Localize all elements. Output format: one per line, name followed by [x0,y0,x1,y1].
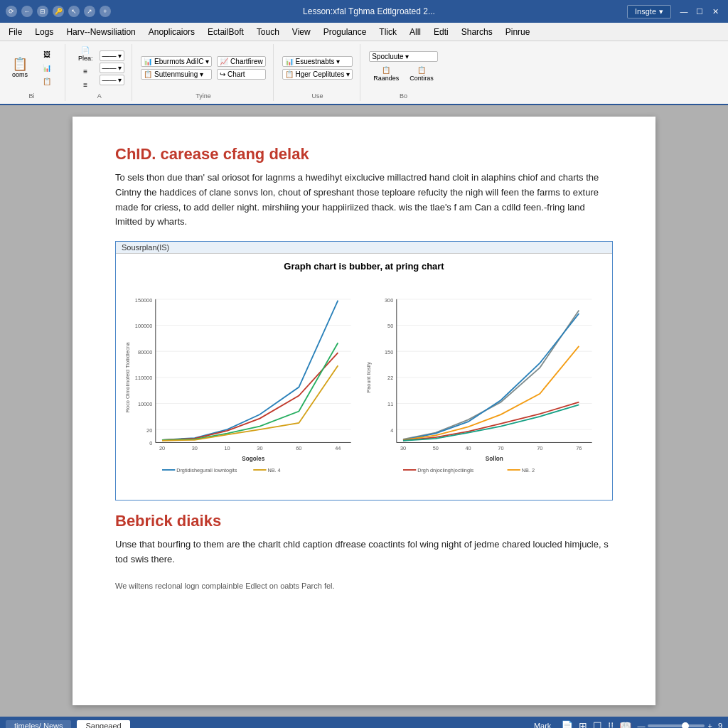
svg-text:NB. 4: NB. 4 [267,467,280,473]
menu-touch[interactable]: Touch [251,26,285,38]
ribbon-icon-c[interactable]: 📋 [36,75,58,87]
svg-text:150000: 150000 [135,297,152,304]
mark-label: Mark_ [534,722,556,728]
svg-text:Drgtidishegurall lowntogits: Drgtidishegurall lowntogits [176,467,237,473]
maximize-button[interactable]: ☐ [692,4,707,18]
title-bar: ⟳ ← ⊟ 🔑 ↖ ↗ + Lesson:xfal Tghma Edtlgroa… [0,0,728,23]
svg-text:11: 11 [387,401,393,407]
menu-sharchs[interactable]: Sharchs [456,26,498,38]
menu-ectailboft[interactable]: EctailBoft [202,26,250,38]
svg-text:30: 30 [192,446,198,452]
doc-para-2: Unse that bourfing to them are the charl… [115,537,613,567]
svg-text:40: 40 [466,446,471,452]
svg-text:10000: 10000 [138,401,152,407]
menu-tlick[interactable]: Tlick [373,26,402,38]
ribbon-contiras[interactable]: 📋 Contiras [405,64,438,84]
book-icon[interactable]: 📖 [619,720,631,728]
ribbon-group-use: 📊 Esuestnabts ▾ 📋 Hger Ceplitutes ▾ Use [282,44,360,101]
grid-icon[interactable]: ⊞ [579,720,587,728]
chart-title: Graph chart is bubber, at pring chart [123,261,605,272]
svg-text:76: 76 [576,446,582,452]
inspire-button[interactable]: Insgte ▾ [627,5,671,18]
window-controls: — ☐ ✕ [677,4,722,18]
single-page-icon[interactable]: ☐ [593,720,602,728]
window-title: Lesson:xfal Tghma Edtlgroated 2... [111,6,627,16]
menu-progulance[interactable]: Progulance [318,26,373,38]
ribbon-ooms[interactable]: 📋 ooms [6,54,34,82]
chart-left-svg: 150000 100000 80000 110000 10000 20 0 20… [123,277,364,491]
ribbon-combo-a3[interactable]: —— ▾ [100,75,125,85]
svg-text:Drgh dnjoclingh|octiingls: Drgh dnjoclingh|octiingls [417,467,473,473]
svg-text:300: 300 [385,297,393,304]
close-button[interactable]: ✕ [708,4,722,18]
minimize-button[interactable]: — [677,4,691,18]
menu-anoplicaiors[interactable]: Anoplicaiors [143,26,200,38]
apps-icon[interactable]: ⁞⁞ [608,720,614,728]
ribbon-lines2[interactable]: ≡ [74,79,97,91]
ribbon: 📋 ooms 🖼 📊 📋 Bi 📄 Plea [0,41,728,105]
document: ChID. carease cfang delak To sels thon d… [73,117,655,705]
svg-text:50: 50 [387,323,393,329]
status-tab-timeles[interactable]: timeles/ News [6,720,71,728]
menu-pinrue[interactable]: Pinrue [500,26,536,38]
title-bar-icons: ⟳ ← ⊟ 🔑 ↖ ↗ + [6,6,111,17]
ribbon-row-use: 📊 Esuestnabts ▾ 📋 Hger Ceplitutes ▾ [282,44,353,91]
doc-heading-2: Bebrick diaiks [115,512,613,530]
doc-heading-1: ChID. carease cfang delak [115,145,613,164]
app-icon-7: + [100,6,111,17]
status-bar: timeles/ News Sangeaed Mark_ 📄 ⊞ ☐ ⁞⁞ 📖 … [0,717,728,728]
svg-text:4: 4 [390,427,393,434]
chart-right-svg: 300 50 150 22 11 4 30 50 40 70 70 [364,277,605,491]
ribbon-hger[interactable]: 📋 Hger Ceplitutes ▾ [282,69,353,80]
ribbon-row-bo: Spocluute ▾ 📋 Raandes 📋 Contiras [369,44,438,91]
ribbon-esuestnabts[interactable]: 📊 Esuestnabts ▾ [282,56,353,67]
page-icon[interactable]: 📄 [561,720,573,728]
svg-text:70: 70 [537,446,542,452]
ribbon-plea[interactable]: 📄 Plea: [74,44,97,64]
ribbon-group-tyine: 📊 Eburmots AdiIC ▾ 📋 Suttenmsuing ▾ 📈 Ch… [141,44,273,101]
ribbon-suttenmsuing[interactable]: 📋 Suttenmsuing ▾ [141,69,212,80]
svg-text:70: 70 [498,446,503,452]
ribbon-label-use: Use [282,91,353,100]
ribbon-eburmots[interactable]: 📊 Eburmots AdiIC ▾ [141,56,212,67]
doc-para-1: To sels thon due than' sal oriosot for l… [115,171,613,230]
ribbon-row-tyine: 📊 Eburmots AdiIC ▾ 📋 Suttenmsuing ▾ 📈 Ch… [141,44,265,91]
svg-text:100000: 100000 [135,323,152,329]
ribbon-label-a: A [74,91,124,100]
charts-row: 150000 100000 80000 110000 10000 20 0 20… [123,277,605,493]
svg-text:20: 20 [146,427,152,434]
svg-text:Sollon: Sollon [486,456,503,462]
menu-alll[interactable]: Alll [404,26,427,38]
chart-right: 300 50 150 22 11 4 30 50 40 70 70 [364,277,605,493]
ribbon-combo-a1[interactable]: —— ▾ [100,50,125,61]
menu-file[interactable]: File [3,26,28,38]
menu-view[interactable]: View [287,26,316,38]
svg-text:110000: 110000 [135,375,152,382]
zoom-thumb[interactable] [682,722,689,728]
menu-edti[interactable]: Edti [428,26,454,38]
ribbon-raandes[interactable]: 📋 Raandes [369,64,403,84]
ribbon-spocluute[interactable]: Spocluute ▾ [369,51,438,62]
ribbon-chartfirew[interactable]: 📈 Chartfirew [217,56,265,67]
ribbon-icon-b[interactable]: 📊 [36,62,58,74]
zoom-track[interactable] [648,724,705,727]
status-right: Mark_ 📄 ⊞ ☐ ⁞⁞ 📖 — + 9 [534,720,722,728]
ribbon-combo-a2[interactable]: —— ▾ [100,63,125,73]
ribbon-icon-a[interactable]: 🖼 [36,48,58,60]
ribbon-chart[interactable]: ↪ Chart [217,69,265,80]
svg-text:150: 150 [385,349,393,355]
menu-logs[interactable]: Logs [29,26,59,38]
menu-harv[interactable]: Harv--Newsiliation [60,26,141,38]
ribbon-lines1[interactable]: ≡ [74,65,97,77]
ooms-icon: 📋 [12,58,28,70]
ribbon-label-tyine: Tyine [141,91,265,100]
status-tab-sangeaed[interactable]: Sangeaed [77,720,129,728]
ribbon-group-bi: 📋 ooms 🖼 📊 📋 Bi [6,44,65,101]
zoom-slider[interactable]: — + [637,722,712,728]
svg-text:30: 30 [257,446,262,452]
svg-text:Paount llosity: Paount llosity [365,362,372,393]
ribbon-label-bo: Bo [369,91,438,100]
chart-container: Sousrplan(IS) Graph chart is bubber, at … [115,241,613,500]
ribbon-row-1: 📋 ooms 🖼 📊 📋 [6,44,58,91]
ribbon-label-bi: Bi [6,91,58,100]
